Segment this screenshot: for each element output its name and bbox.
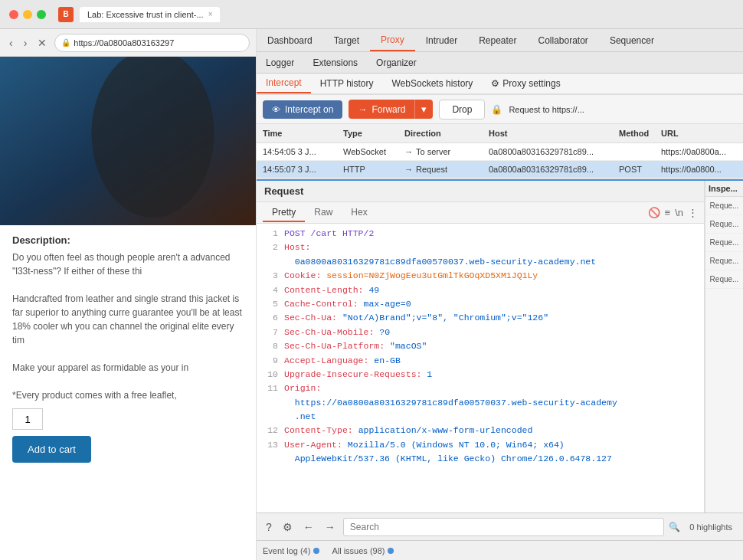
table-header: Time Type Direction Host Method URL [257, 124, 743, 143]
row2-direction: → Request [398, 163, 483, 175]
highlights-badge: 0 highlights [685, 521, 737, 533]
eye-slash-icon[interactable]: 🚫 [648, 207, 660, 218]
line-content: Accept-Language: en-GB [284, 354, 701, 368]
line-number: 10 [260, 368, 278, 382]
line-content: User-Agent: Mozilla/5.0 (Windows NT 10.0… [284, 438, 701, 467]
row1-type: WebSocket [337, 146, 398, 158]
request-title: Request [264, 185, 303, 197]
more-options-icon[interactable]: ⋮ [688, 207, 698, 218]
inspect-item-5[interactable]: Reque... [705, 270, 743, 289]
forward-dropdown-button[interactable]: ▾ [414, 100, 433, 119]
row2-type: HTTP [337, 163, 398, 175]
line-content: Sec-Ch-Ua-Mobile: ?0 [284, 326, 701, 339]
reload-button[interactable]: ✕ [34, 35, 50, 51]
code-line: 6 Sec-Ch-Ua: "Not/A)Brand";v="8", "Chrom… [257, 311, 704, 325]
all-issues-label: All issues (98) [332, 546, 385, 555]
search-input[interactable] [343, 518, 665, 536]
tab-label: Lab: Excessive trust in client-... [87, 10, 204, 19]
line-content: Sec-Ch-Ua: "Not/A)Brand";v="8", "Chromiu… [284, 311, 701, 325]
menu-sequencer[interactable]: Sequencer [599, 29, 665, 51]
tab-intercept[interactable]: Intercept [257, 74, 311, 93]
menu-target[interactable]: Target [323, 29, 370, 51]
request-table: Time Type Direction Host Method URL 14:5… [257, 124, 743, 179]
menu-collaborator[interactable]: Collaborator [528, 29, 599, 51]
submenu-organizer[interactable]: Organizer [367, 52, 426, 73]
tab-raw[interactable]: Raw [305, 204, 342, 222]
gear-icon: ⚙ [491, 78, 499, 89]
submenu-extensions[interactable]: Extensions [303, 52, 367, 73]
lock-icon: 🔒 [491, 104, 502, 115]
add-to-cart-button[interactable]: Add to cart [12, 436, 91, 463]
code-line: 2 Host: 0a0800a80316329781c89dfa00570037… [257, 241, 704, 269]
browser-tab[interactable]: Lab: Excessive trust in client-... × [80, 7, 220, 22]
quantity-input[interactable] [12, 408, 43, 430]
browser-titlebar: B Lab: Excessive trust in client-... × [0, 0, 743, 29]
table-row[interactable]: 14:55:07 3 J... HTTP → Request 0a0800a80… [257, 161, 743, 178]
line-number: 8 [260, 339, 278, 353]
event-log-item[interactable]: Event log (4) [263, 546, 319, 555]
row2-time: 14:55:07 3 J... [257, 163, 337, 175]
line-content: Host: 0a0800a80316329781c89dfa00570037.w… [284, 241, 701, 269]
maximize-button[interactable] [37, 10, 46, 19]
line-number: 3 [260, 269, 278, 283]
row1-host: 0a0800a80316329781c89... [483, 146, 613, 158]
inspect-header: Inspe... [705, 181, 743, 197]
help-button[interactable]: ? [263, 519, 275, 535]
menu-intruder[interactable]: Intruder [415, 29, 468, 51]
menu-proxy[interactable]: Proxy [370, 29, 415, 51]
back-history-button[interactable]: ← [300, 519, 317, 535]
eye-icon: 👁 [272, 105, 280, 114]
search-icon: 🔍 [669, 522, 680, 532]
forward-history-button[interactable]: → [322, 519, 339, 535]
code-line: 11 Origin: https://0a0800a80316329781c89… [257, 382, 704, 424]
burp-panel: Dashboard Target Proxy Intruder Repeater… [257, 29, 743, 560]
back-button[interactable]: ‹ [6, 35, 16, 51]
row2-direction-text: Request [416, 165, 447, 174]
newline-icon[interactable]: \n [675, 207, 683, 218]
address-bar[interactable]: 🔒 https://0a0800a803163297 [54, 34, 250, 52]
line-number: 13 [260, 438, 278, 467]
word-wrap-icon[interactable]: ≡ [665, 207, 671, 218]
close-button[interactable] [9, 10, 18, 19]
inspect-item-1[interactable]: Reque... [705, 197, 743, 215]
row2-method: POST [613, 163, 655, 175]
forward-nav-button[interactable]: › [21, 35, 31, 51]
intercept-on-label: Intercept on [285, 104, 333, 115]
code-line: 10 Upgrade-Insecure-Requests: 1 [257, 368, 704, 382]
forward-button[interactable]: → Forward [349, 100, 414, 119]
intercept-on-button[interactable]: 👁 Intercept on [263, 100, 342, 119]
drop-button[interactable]: Drop [439, 100, 485, 120]
line-number: 12 [260, 424, 278, 437]
burp-submenu: Logger Extensions Organizer [257, 52, 743, 74]
line-number: 7 [260, 326, 278, 339]
submenu-logger[interactable]: Logger [257, 52, 303, 73]
line-content: Cache-Control: max-age=0 [284, 297, 701, 311]
line-number: 4 [260, 283, 278, 297]
settings-button[interactable]: ⚙ [280, 519, 296, 535]
event-log-label: Event log (4) [263, 546, 310, 555]
event-issues-bar: Event log (4) All issues (98) [257, 540, 743, 560]
main-container: ‹ › ✕ 🔒 https://0a0800a803163297 Descrip… [0, 29, 743, 560]
inspect-item-4[interactable]: Reque... [705, 252, 743, 270]
tab-close-button[interactable]: × [208, 10, 213, 18]
traffic-lights [9, 10, 46, 19]
request-pane-header: Request [257, 181, 704, 202]
inspect-item-2[interactable]: Reque... [705, 215, 743, 234]
minimize-button[interactable] [23, 10, 32, 19]
table-row[interactable]: 14:54:05 3 J... WebSocket → To server 0a… [257, 143, 743, 161]
tab-proxy-settings[interactable]: ⚙ Proxy settings [482, 74, 569, 93]
browser-panel: ‹ › ✕ 🔒 https://0a0800a803163297 Descrip… [0, 29, 257, 560]
inspect-item-3[interactable]: Reque... [705, 234, 743, 252]
tab-pretty[interactable]: Pretty [263, 204, 305, 222]
line-content: Content-Type: application/x-www-form-url… [284, 424, 701, 437]
tab-http-history[interactable]: HTTP history [311, 74, 383, 93]
menu-dashboard[interactable]: Dashboard [257, 29, 323, 51]
menu-repeater[interactable]: Repeater [468, 29, 527, 51]
tab-hex[interactable]: Hex [342, 204, 376, 222]
tab-websockets-history[interactable]: WebSockets history [383, 74, 483, 93]
header-host: Host [483, 127, 613, 139]
all-issues-item[interactable]: All issues (98) [332, 546, 394, 555]
address-text: https://0a0800a803163297 [74, 38, 174, 47]
line-content: Content-Length: 49 [284, 283, 701, 297]
row2-host: 0a0800a80316329781c89... [483, 163, 613, 175]
